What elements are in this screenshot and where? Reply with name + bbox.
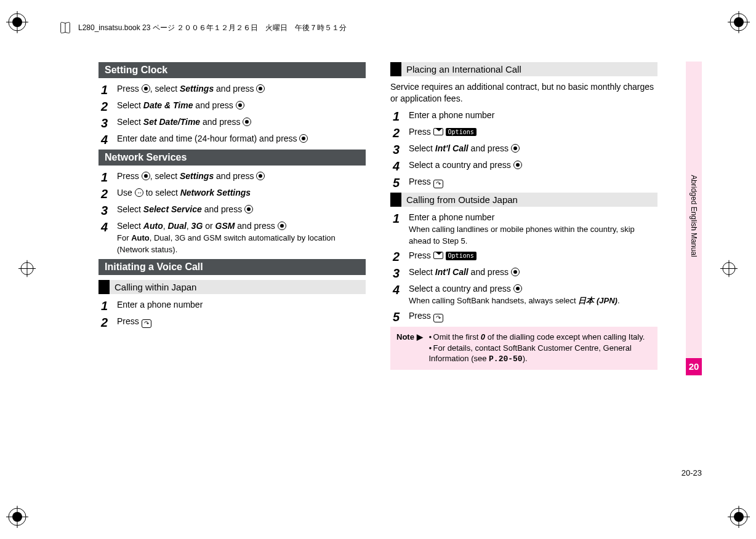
call-key-icon — [433, 180, 443, 188]
step: 4Select a country and press When calling… — [393, 283, 657, 306]
center-key-icon — [511, 268, 520, 276]
center-key-icon — [142, 84, 150, 93]
step: 5Press — [393, 176, 657, 189]
crop-mark-icon — [728, 506, 750, 528]
note-box: Note ▶ Omit the first 0 of the dialling … — [390, 327, 657, 370]
center-key-icon — [256, 84, 265, 93]
center-key-icon — [278, 222, 286, 230]
mail-key-icon — [433, 128, 443, 135]
book-icon — [58, 21, 72, 34]
step: 5Press — [393, 310, 657, 323]
left-column: Setting Clock 1 Press , select Settings … — [99, 58, 366, 370]
section-heading: Network Services — [99, 150, 366, 166]
print-header: L280_insatsu.book 23 ページ ２００６年１２月２６日 火曜日… — [58, 21, 347, 34]
mail-key-icon — [433, 252, 443, 259]
step: 1 Enter a phone number — [101, 299, 366, 312]
step: 1Enter a phone numberWhen calling landli… — [393, 212, 657, 247]
call-key-icon — [142, 319, 151, 328]
center-key-icon — [142, 172, 150, 180]
crop-mark-icon — [6, 11, 28, 33]
center-key-icon — [243, 118, 251, 126]
section-heading: Setting Clock — [99, 62, 366, 78]
crop-mark-icon — [6, 506, 28, 528]
step: 3 Select Set Date/Time and press — [101, 116, 366, 129]
registration-mark-icon — [720, 260, 738, 279]
step: 1Enter a phone number — [393, 110, 657, 122]
section-heading: Initiating a Voice Call — [99, 259, 366, 275]
options-softkey-icon: Options — [446, 252, 477, 260]
note-label: Note ▶ — [396, 332, 423, 365]
subsection-heading: Calling within Japan — [99, 280, 366, 294]
print-header-text: L280_insatsu.book 23 ページ ２００６年１２月２６日 火曜日… — [78, 23, 347, 33]
chapter-side-label: Abridged English Manual — [690, 175, 698, 257]
left-right-key-icon — [135, 188, 143, 197]
note-item: For details, contact SoftBank Customer C… — [429, 343, 652, 365]
subsection-heading: Calling from Outside Japan — [390, 193, 657, 207]
subsection-heading: Placing an International Call — [390, 62, 657, 76]
call-key-icon — [433, 314, 443, 322]
right-column: Placing an International Call Service re… — [390, 58, 657, 370]
step: 1 Press , select Settings and press — [101, 170, 366, 183]
step: 4 Select Auto, Dual, 3G or GSM and press… — [101, 220, 366, 255]
step: 2Press Options — [393, 250, 657, 263]
step: 3Select Int'l Call and press — [393, 143, 657, 156]
registration-mark-icon — [18, 260, 36, 279]
step: 2 Use to select Network Settings — [101, 187, 366, 200]
chapter-side-tab: Abridged English Manual 20 — [686, 62, 702, 375]
center-key-icon — [236, 101, 244, 110]
center-key-icon — [256, 172, 265, 180]
intro-text: Service requires an additional contract,… — [390, 81, 657, 105]
step: 3Select Int'l Call and press — [393, 266, 657, 279]
step: 1 Press , select Settings and press — [101, 83, 366, 96]
center-key-icon — [513, 284, 522, 293]
center-key-icon — [244, 205, 253, 214]
center-key-icon — [299, 134, 308, 143]
step: 2Press Options — [393, 126, 657, 139]
chapter-number: 20 — [686, 358, 702, 375]
note-item: Omit the first 0 of the dialling code ex… — [429, 332, 652, 343]
note-list: Omit the first 0 of the dialling code ex… — [427, 332, 652, 365]
options-softkey-icon: Options — [446, 128, 477, 137]
center-key-icon — [511, 144, 520, 153]
step: 2 Press — [101, 316, 366, 329]
step: 3 Select Select Service and press — [101, 204, 366, 217]
step: 2 Select Date & Time and press — [101, 100, 366, 113]
page-number: 20-23 — [682, 468, 702, 477]
step: 4 Enter date and time (24-hour format) a… — [101, 133, 366, 146]
step: 4Select a country and press — [393, 159, 657, 172]
crop-mark-icon — [728, 11, 750, 33]
center-key-icon — [513, 161, 522, 169]
